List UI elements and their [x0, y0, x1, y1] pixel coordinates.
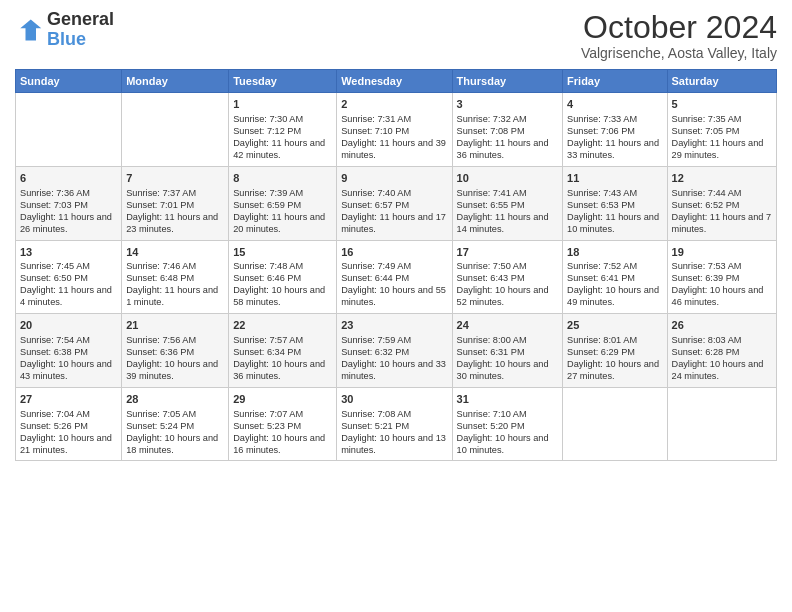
header: General Blue October 2024 Valgrisenche, … — [15, 10, 777, 61]
day-number: 3 — [457, 97, 558, 112]
logo: General Blue — [15, 10, 114, 50]
day-number: 17 — [457, 245, 558, 260]
day-number: 30 — [341, 392, 447, 407]
calendar-cell: 8Sunrise: 7:39 AM Sunset: 6:59 PM Daylig… — [229, 166, 337, 240]
day-number: 28 — [126, 392, 224, 407]
header-day-tuesday: Tuesday — [229, 70, 337, 93]
calendar-cell: 23Sunrise: 7:59 AM Sunset: 6:32 PM Dayli… — [337, 314, 452, 388]
day-number: 20 — [20, 318, 117, 333]
day-number: 8 — [233, 171, 332, 186]
day-info: Sunrise: 7:31 AM Sunset: 7:10 PM Dayligh… — [341, 114, 447, 162]
day-info: Sunrise: 7:40 AM Sunset: 6:57 PM Dayligh… — [341, 188, 447, 236]
day-info: Sunrise: 7:44 AM Sunset: 6:52 PM Dayligh… — [672, 188, 772, 236]
day-info: Sunrise: 8:01 AM Sunset: 6:29 PM Dayligh… — [567, 335, 662, 383]
day-info: Sunrise: 7:56 AM Sunset: 6:36 PM Dayligh… — [126, 335, 224, 383]
calendar-cell: 26Sunrise: 8:03 AM Sunset: 6:28 PM Dayli… — [667, 314, 776, 388]
day-number: 1 — [233, 97, 332, 112]
day-number: 13 — [20, 245, 117, 260]
day-number: 25 — [567, 318, 662, 333]
calendar-cell: 4Sunrise: 7:33 AM Sunset: 7:06 PM Daylig… — [563, 93, 667, 167]
calendar-cell: 13Sunrise: 7:45 AM Sunset: 6:50 PM Dayli… — [16, 240, 122, 314]
calendar-cell: 3Sunrise: 7:32 AM Sunset: 7:08 PM Daylig… — [452, 93, 562, 167]
calendar-cell: 6Sunrise: 7:36 AM Sunset: 7:03 PM Daylig… — [16, 166, 122, 240]
calendar-cell: 24Sunrise: 8:00 AM Sunset: 6:31 PM Dayli… — [452, 314, 562, 388]
day-number: 15 — [233, 245, 332, 260]
day-info: Sunrise: 7:41 AM Sunset: 6:55 PM Dayligh… — [457, 188, 558, 236]
header-day-monday: Monday — [122, 70, 229, 93]
day-info: Sunrise: 7:05 AM Sunset: 5:24 PM Dayligh… — [126, 409, 224, 457]
calendar-cell — [563, 387, 667, 461]
day-info: Sunrise: 7:52 AM Sunset: 6:41 PM Dayligh… — [567, 261, 662, 309]
day-info: Sunrise: 7:53 AM Sunset: 6:39 PM Dayligh… — [672, 261, 772, 309]
day-info: Sunrise: 7:07 AM Sunset: 5:23 PM Dayligh… — [233, 409, 332, 457]
calendar-cell — [16, 93, 122, 167]
day-info: Sunrise: 7:46 AM Sunset: 6:48 PM Dayligh… — [126, 261, 224, 309]
day-number: 27 — [20, 392, 117, 407]
week-row-2: 6Sunrise: 7:36 AM Sunset: 7:03 PM Daylig… — [16, 166, 777, 240]
day-number: 19 — [672, 245, 772, 260]
week-row-5: 27Sunrise: 7:04 AM Sunset: 5:26 PM Dayli… — [16, 387, 777, 461]
calendar-cell: 2Sunrise: 7:31 AM Sunset: 7:10 PM Daylig… — [337, 93, 452, 167]
day-number: 14 — [126, 245, 224, 260]
day-info: Sunrise: 7:59 AM Sunset: 6:32 PM Dayligh… — [341, 335, 447, 383]
week-row-1: 1Sunrise: 7:30 AM Sunset: 7:12 PM Daylig… — [16, 93, 777, 167]
header-day-sunday: Sunday — [16, 70, 122, 93]
day-info: Sunrise: 7:43 AM Sunset: 6:53 PM Dayligh… — [567, 188, 662, 236]
day-info: Sunrise: 7:48 AM Sunset: 6:46 PM Dayligh… — [233, 261, 332, 309]
calendar-cell: 11Sunrise: 7:43 AM Sunset: 6:53 PM Dayli… — [563, 166, 667, 240]
main-title: October 2024 — [581, 10, 777, 45]
header-day-thursday: Thursday — [452, 70, 562, 93]
day-info: Sunrise: 7:30 AM Sunset: 7:12 PM Dayligh… — [233, 114, 332, 162]
day-number: 18 — [567, 245, 662, 260]
day-number: 7 — [126, 171, 224, 186]
day-number: 23 — [341, 318, 447, 333]
calendar-cell: 19Sunrise: 7:53 AM Sunset: 6:39 PM Dayli… — [667, 240, 776, 314]
calendar-cell: 12Sunrise: 7:44 AM Sunset: 6:52 PM Dayli… — [667, 166, 776, 240]
day-number: 12 — [672, 171, 772, 186]
header-row: SundayMondayTuesdayWednesdayThursdayFrid… — [16, 70, 777, 93]
day-number: 4 — [567, 97, 662, 112]
day-info: Sunrise: 7:33 AM Sunset: 7:06 PM Dayligh… — [567, 114, 662, 162]
calendar-cell: 28Sunrise: 7:05 AM Sunset: 5:24 PM Dayli… — [122, 387, 229, 461]
calendar-cell: 15Sunrise: 7:48 AM Sunset: 6:46 PM Dayli… — [229, 240, 337, 314]
day-number: 22 — [233, 318, 332, 333]
calendar-cell: 1Sunrise: 7:30 AM Sunset: 7:12 PM Daylig… — [229, 93, 337, 167]
day-number: 9 — [341, 171, 447, 186]
header-day-wednesday: Wednesday — [337, 70, 452, 93]
calendar-cell: 22Sunrise: 7:57 AM Sunset: 6:34 PM Dayli… — [229, 314, 337, 388]
calendar-cell: 25Sunrise: 8:01 AM Sunset: 6:29 PM Dayli… — [563, 314, 667, 388]
day-number: 5 — [672, 97, 772, 112]
day-number: 16 — [341, 245, 447, 260]
day-info: Sunrise: 8:03 AM Sunset: 6:28 PM Dayligh… — [672, 335, 772, 383]
day-info: Sunrise: 7:08 AM Sunset: 5:21 PM Dayligh… — [341, 409, 447, 457]
day-info: Sunrise: 7:36 AM Sunset: 7:03 PM Dayligh… — [20, 188, 117, 236]
day-number: 26 — [672, 318, 772, 333]
day-number: 6 — [20, 171, 117, 186]
title-block: October 2024 Valgrisenche, Aosta Valley,… — [581, 10, 777, 61]
day-info: Sunrise: 7:37 AM Sunset: 7:01 PM Dayligh… — [126, 188, 224, 236]
day-info: Sunrise: 7:35 AM Sunset: 7:05 PM Dayligh… — [672, 114, 772, 162]
day-number: 2 — [341, 97, 447, 112]
day-info: Sunrise: 8:00 AM Sunset: 6:31 PM Dayligh… — [457, 335, 558, 383]
day-number: 21 — [126, 318, 224, 333]
day-info: Sunrise: 7:39 AM Sunset: 6:59 PM Dayligh… — [233, 188, 332, 236]
calendar-table: SundayMondayTuesdayWednesdayThursdayFrid… — [15, 69, 777, 461]
logo-icon — [15, 16, 43, 44]
calendar-cell: 5Sunrise: 7:35 AM Sunset: 7:05 PM Daylig… — [667, 93, 776, 167]
calendar-cell — [667, 387, 776, 461]
week-row-4: 20Sunrise: 7:54 AM Sunset: 6:38 PM Dayli… — [16, 314, 777, 388]
calendar-header: SundayMondayTuesdayWednesdayThursdayFrid… — [16, 70, 777, 93]
calendar-cell: 7Sunrise: 7:37 AM Sunset: 7:01 PM Daylig… — [122, 166, 229, 240]
calendar-body: 1Sunrise: 7:30 AM Sunset: 7:12 PM Daylig… — [16, 93, 777, 461]
calendar-cell: 16Sunrise: 7:49 AM Sunset: 6:44 PM Dayli… — [337, 240, 452, 314]
calendar-cell: 18Sunrise: 7:52 AM Sunset: 6:41 PM Dayli… — [563, 240, 667, 314]
day-info: Sunrise: 7:10 AM Sunset: 5:20 PM Dayligh… — [457, 409, 558, 457]
day-info: Sunrise: 7:04 AM Sunset: 5:26 PM Dayligh… — [20, 409, 117, 457]
day-info: Sunrise: 7:49 AM Sunset: 6:44 PM Dayligh… — [341, 261, 447, 309]
calendar-cell: 21Sunrise: 7:56 AM Sunset: 6:36 PM Dayli… — [122, 314, 229, 388]
calendar-cell: 30Sunrise: 7:08 AM Sunset: 5:21 PM Dayli… — [337, 387, 452, 461]
day-number: 29 — [233, 392, 332, 407]
day-number: 11 — [567, 171, 662, 186]
subtitle: Valgrisenche, Aosta Valley, Italy — [581, 45, 777, 61]
calendar-cell: 20Sunrise: 7:54 AM Sunset: 6:38 PM Dayli… — [16, 314, 122, 388]
